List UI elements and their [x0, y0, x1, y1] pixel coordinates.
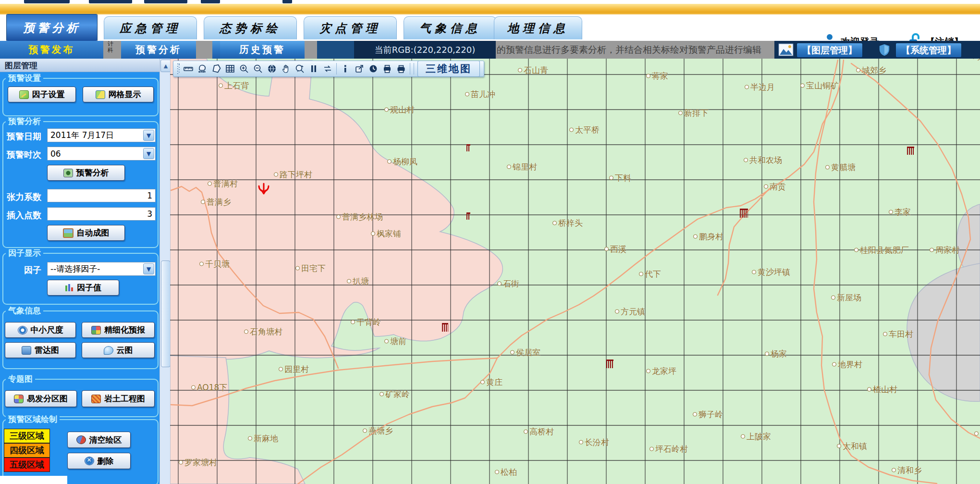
- layer-manage-button[interactable]: 【图层管理】: [796, 43, 863, 58]
- full-extent-icon[interactable]: [267, 63, 277, 74]
- subtab-history-warning[interactable]: 历史预警: [220, 41, 305, 59]
- meso-scale-button[interactable]: 中小尺度: [5, 322, 76, 338]
- map-label: 坪石岭村: [649, 444, 688, 455]
- factor-value-button[interactable]: 因子值: [47, 280, 119, 296]
- swap-refresh-icon[interactable]: [322, 63, 333, 74]
- map-3d-button[interactable]: 三维地图: [417, 61, 480, 77]
- map-label: 石山青: [518, 65, 548, 76]
- map-label: 火: [971, 59, 980, 62]
- level3-region-swatch[interactable]: 三级区域: [4, 429, 50, 443]
- map-label: 千贝塘: [199, 259, 230, 270]
- place-marker-icon: [646, 369, 650, 373]
- place-marker-icon: [279, 367, 283, 372]
- subtab-warning-analysis[interactable]: 预警分析: [121, 41, 196, 59]
- cloud-map-button[interactable]: 云图: [82, 342, 155, 358]
- measure-distance-icon[interactable]: [183, 63, 194, 74]
- place-marker-icon: [497, 282, 502, 286]
- sub-nav-bar: 预警发布 计科 预警分析 历史预警 当前RGB:(220,220,220) 的预…: [0, 41, 980, 59]
- grid-display-icon[interactable]: [225, 63, 235, 74]
- chevron-down-icon[interactable]: ▼: [143, 130, 154, 141]
- subnav-dark-gap: [317, 41, 354, 59]
- main-tab-3[interactable]: 态势标绘: [204, 16, 297, 39]
- main-tab-4[interactable]: 灾点管理: [304, 16, 397, 39]
- main-tab-6[interactable]: 地理信息: [494, 16, 582, 39]
- scroll-up-button[interactable]: ▲: [160, 60, 171, 72]
- toolbar-grip[interactable]: [177, 63, 180, 74]
- auto-map-button[interactable]: 自动成图: [47, 225, 125, 241]
- chevron-down-icon[interactable]: ▼: [143, 263, 154, 274]
- fine-forecast-button[interactable]: 精细化预报: [82, 322, 155, 338]
- clear-draw-region-button[interactable]: 清空绘区: [67, 432, 131, 448]
- tension-input[interactable]: 1: [47, 189, 156, 202]
- delete-button[interactable]: 删除: [67, 453, 131, 469]
- zoom-out-icon[interactable]: [253, 63, 263, 74]
- place-marker-icon: [752, 270, 756, 274]
- insert-points-input[interactable]: 3: [47, 207, 156, 221]
- main-tab-5[interactable]: 气象信息: [404, 16, 497, 39]
- pan-icon[interactable]: [281, 63, 291, 74]
- place-marker-icon: [295, 266, 300, 271]
- place-marker-icon: [274, 173, 278, 177]
- radar-map-button[interactable]: 雷达图: [5, 342, 76, 358]
- chevron-down-icon[interactable]: ▼: [143, 148, 154, 159]
- place-marker-icon: [678, 111, 683, 115]
- level5-region-swatch[interactable]: 五级区域: [4, 458, 50, 472]
- susceptibility-zone-map-button[interactable]: 易发分区图: [5, 390, 77, 407]
- place-marker-icon: [199, 262, 204, 266]
- map-label: 蒋家: [646, 71, 668, 82]
- place-marker-icon: [604, 247, 609, 251]
- place-marker-icon: [387, 160, 392, 164]
- main-tab-2[interactable]: 应急管理: [104, 16, 197, 39]
- place-marker-icon: [179, 460, 183, 465]
- zoom-in-icon[interactable]: [239, 63, 249, 74]
- place-marker-icon: [219, 84, 223, 88]
- disaster-point-marker: [442, 323, 448, 332]
- print-icon[interactable]: [396, 63, 406, 74]
- sidebar-scrollbar[interactable]: ▲: [159, 59, 171, 484]
- place-marker-icon: [974, 432, 979, 436]
- place-marker-icon: [351, 320, 355, 324]
- export-icon[interactable]: [354, 63, 365, 74]
- map-label: 楂山村: [867, 384, 897, 395]
- system-manage-button[interactable]: 【系统管理】: [895, 43, 962, 58]
- warn-date-select[interactable]: 2011年 7月17日 ▼: [47, 128, 156, 142]
- geotech-map-button[interactable]: 岩土工程图: [82, 390, 155, 407]
- subtab-warning-publish[interactable]: 预警发布: [0, 41, 103, 59]
- factor-setting-button[interactable]: 因子设置: [8, 87, 76, 102]
- level4-region-swatch[interactable]: 四级区域: [4, 443, 50, 458]
- map-label: 枫家铺: [371, 228, 401, 239]
- factor-select[interactable]: --请选择因子- ▼: [47, 262, 156, 276]
- sidebar-title: 图层管理: [0, 59, 159, 72]
- place-marker-icon: [371, 232, 375, 236]
- gis-map-viewport[interactable]: 上石背石山青蒋家城郊乡苗儿冲半边月宝山铜矿观山村新排下太平桥共和农场黄腊塘杨柳凤…: [170, 59, 980, 484]
- place-marker-icon: [244, 330, 248, 334]
- map-label: 龙: [974, 428, 980, 439]
- identify-icon[interactable]: [340, 63, 351, 74]
- map-label: 代下: [639, 269, 661, 280]
- delete-icon: [85, 457, 94, 465]
- map-label: 园里村: [279, 364, 309, 375]
- pause-icon[interactable]: [308, 63, 319, 74]
- map-label: 矿家岭: [380, 389, 410, 400]
- main-tab-1[interactable]: 预警分析: [7, 14, 97, 41]
- warn-time-select[interactable]: 06 ▼: [47, 147, 156, 161]
- disaster-point-marker: [606, 360, 613, 368]
- map-label: 龙家坪: [646, 366, 676, 377]
- history-icon[interactable]: [368, 63, 379, 74]
- map-label: 下料: [609, 173, 631, 184]
- scrollbar-thumb[interactable]: [161, 261, 171, 367]
- draw-polygon-icon[interactable]: [211, 63, 221, 74]
- anchor-draw-symbol: [257, 182, 271, 198]
- measure-area-icon[interactable]: [197, 63, 208, 74]
- print-preview-icon[interactable]: [382, 63, 392, 74]
- cloud-map-icon: [104, 346, 113, 355]
- map-label: 地界村: [832, 359, 862, 370]
- grid-display-button[interactable]: 网格显示: [83, 87, 154, 102]
- factor-label: 因子: [24, 264, 41, 276]
- warn-analyze-button[interactable]: 预警分析: [47, 165, 125, 181]
- map-label: 上陂家: [741, 431, 771, 442]
- group-factor-display: [2, 253, 159, 305]
- zoom-previous-icon[interactable]: [294, 63, 305, 74]
- place-marker-icon: [693, 235, 698, 239]
- subnav-blue-gap: [212, 41, 220, 59]
